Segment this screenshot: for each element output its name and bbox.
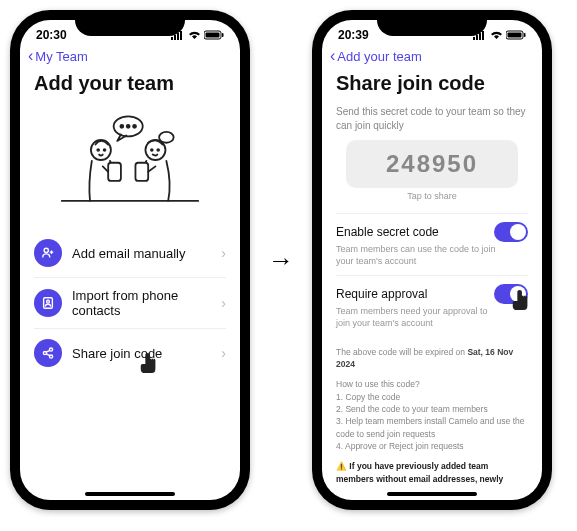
chevron-right-icon: ›	[221, 295, 226, 311]
howto-block: How to use this code? 1. Copy the code 2…	[336, 378, 528, 452]
svg-point-11	[133, 125, 136, 128]
add-email-option[interactable]: Add email manually ›	[34, 229, 226, 278]
share-icon	[34, 339, 62, 367]
svg-point-21	[44, 248, 48, 252]
status-icons	[171, 30, 224, 40]
svg-rect-2	[177, 33, 179, 40]
svg-point-24	[43, 351, 46, 354]
setting-title: Enable secret code	[336, 225, 439, 239]
chevron-left-icon: ‹	[28, 48, 33, 64]
signal-icon	[473, 30, 487, 40]
chevron-right-icon: ›	[221, 245, 226, 261]
option-label: Import from phone contacts	[72, 288, 211, 318]
status-time: 20:39	[338, 28, 369, 42]
svg-rect-6	[222, 33, 224, 37]
home-indicator	[387, 492, 477, 496]
content-left: Add your team	[20, 68, 240, 486]
svg-rect-15	[108, 163, 121, 181]
content-right: Share join code Send this secret code to…	[322, 68, 542, 486]
howto-step: 2. Send the code to your team members	[336, 403, 528, 415]
svg-rect-19	[135, 163, 148, 181]
back-link[interactable]: ‹ My Team	[20, 44, 240, 68]
back-label: Add your team	[337, 49, 422, 64]
svg-rect-1	[174, 35, 176, 40]
setting-title: Require approval	[336, 287, 427, 301]
svg-rect-29	[479, 33, 481, 40]
svg-rect-32	[508, 33, 522, 38]
chevron-left-icon: ‹	[330, 48, 335, 64]
tap-to-share-hint: Tap to share	[336, 191, 528, 201]
howto-step: 3. Help team members install Camelo and …	[336, 415, 528, 440]
svg-point-10	[127, 125, 130, 128]
svg-point-18	[157, 149, 159, 151]
screen-right: 20:39 ‹ Add your team Share join code Se…	[322, 20, 542, 500]
svg-point-20	[159, 132, 174, 143]
setting-desc: Team members need your approval to join …	[336, 306, 496, 329]
screen-left: 20:30 ‹ My Team Add your team	[20, 20, 240, 500]
svg-point-17	[151, 149, 153, 151]
expiry-prefix: The above code will be expired on	[336, 347, 467, 357]
svg-point-9	[120, 125, 123, 128]
share-code-option[interactable]: Share join code ›	[34, 329, 226, 377]
svg-rect-5	[206, 33, 220, 38]
home-indicator	[85, 492, 175, 496]
team-illustration-icon	[55, 110, 205, 210]
options-list: Add email manually › Import from phone c…	[34, 229, 226, 377]
howto-step: 4. Approve or Reject join requests	[336, 440, 528, 452]
arrow-right-icon: →	[268, 245, 294, 276]
svg-rect-30	[482, 31, 484, 40]
signal-icon	[171, 30, 185, 40]
expiry-note: The above code will be expired on Sat, 1…	[336, 346, 528, 371]
warning-note: ⚠️ If you have previously added team mem…	[336, 460, 528, 486]
wifi-icon	[490, 30, 503, 40]
svg-point-25	[49, 348, 52, 351]
import-contacts-option[interactable]: Import from phone contacts ›	[34, 278, 226, 329]
svg-rect-3	[180, 31, 182, 40]
svg-point-12	[91, 140, 111, 160]
phone-right: 20:39 ‹ Add your team Share join code Se…	[312, 10, 552, 510]
back-label: My Team	[35, 49, 88, 64]
enable-code-setting: Enable secret code Team members can use …	[336, 213, 528, 275]
howto-title: How to use this code?	[336, 378, 528, 390]
illustration	[34, 105, 226, 215]
svg-point-26	[49, 355, 52, 358]
phone-left: 20:30 ‹ My Team Add your team	[10, 10, 250, 510]
battery-icon	[204, 30, 224, 40]
option-label: Add email manually	[72, 246, 211, 261]
setting-desc: Team members can use the code to join yo…	[336, 244, 496, 267]
user-plus-icon	[34, 239, 62, 267]
subtitle: Send this secret code to your team so th…	[336, 105, 528, 132]
back-link[interactable]: ‹ Add your team	[322, 44, 542, 68]
svg-rect-27	[473, 37, 475, 40]
pointer-cursor-icon	[138, 351, 160, 375]
page-title: Add your team	[34, 72, 226, 95]
svg-rect-33	[524, 33, 526, 37]
battery-icon	[506, 30, 526, 40]
howto-step: 1. Copy the code	[336, 391, 528, 403]
status-bar: 20:39	[322, 20, 542, 44]
svg-point-23	[47, 300, 50, 303]
svg-point-13	[97, 149, 99, 151]
chevron-right-icon: ›	[221, 345, 226, 361]
enable-code-toggle[interactable]	[494, 222, 528, 242]
status-time: 20:30	[36, 28, 67, 42]
svg-point-14	[104, 149, 106, 151]
page-title: Share join code	[336, 72, 528, 95]
wifi-icon	[188, 30, 201, 40]
status-bar: 20:30	[20, 20, 240, 44]
require-approval-setting: Require approval Team members need your …	[336, 275, 528, 337]
svg-rect-28	[476, 35, 478, 40]
join-code[interactable]: 248950	[346, 140, 518, 188]
status-icons	[473, 30, 526, 40]
svg-rect-0	[171, 37, 173, 40]
pointer-cursor-icon	[510, 288, 532, 312]
contacts-icon	[34, 289, 62, 317]
